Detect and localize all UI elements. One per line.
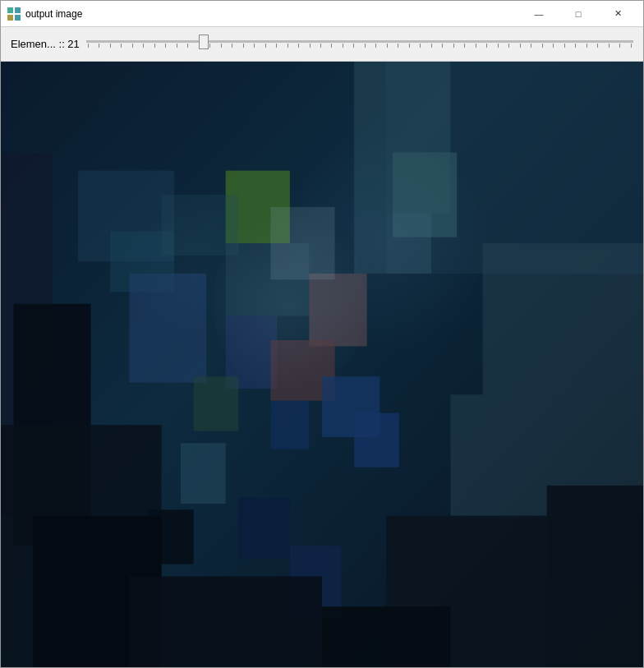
slider-ticks — [86, 44, 633, 48]
slider-tick — [209, 44, 210, 48]
slider-tick — [121, 44, 122, 48]
slider-tick — [265, 44, 266, 48]
slider-tick — [110, 44, 111, 48]
main-window: output image — □ ✕ Elemen... :: 21 — [0, 0, 644, 668]
slider-tick — [165, 44, 166, 48]
slider-tick — [221, 44, 222, 48]
slider-tick — [597, 44, 598, 48]
slider-tick — [464, 44, 465, 48]
canvas-area — [1, 62, 643, 667]
window-controls: — □ ✕ — [520, 1, 637, 27]
slider-tick — [564, 44, 565, 48]
slider-tick — [586, 44, 587, 48]
slider-tick — [331, 44, 332, 48]
slider-tick — [254, 44, 255, 48]
svg-rect-3 — [15, 15, 21, 21]
svg-rect-0 — [7, 7, 13, 13]
output-canvas — [1, 62, 643, 667]
svg-rect-1 — [15, 7, 21, 13]
slider-tick — [387, 44, 388, 48]
slider-tick — [353, 44, 354, 48]
slider-tick — [542, 44, 543, 48]
slider-tick — [486, 44, 487, 48]
toolbar: Elemen... :: 21 — [1, 27, 643, 62]
slider-tick — [476, 44, 476, 48]
elements-slider[interactable] — [86, 40, 633, 43]
slider-label: Elemen... :: 21 — [11, 38, 80, 50]
slider-tick — [243, 44, 244, 48]
slider-tick — [553, 44, 554, 48]
slider-tick — [343, 44, 343, 48]
slider-container — [86, 40, 633, 48]
slider-tick — [199, 44, 200, 48]
slider-tick — [288, 44, 288, 48]
slider-tick — [99, 44, 99, 48]
minimize-button[interactable]: — — [520, 1, 558, 27]
window-title: output image — [25, 8, 520, 20]
slider-tick — [520, 44, 521, 48]
title-bar: output image — □ ✕ — [1, 1, 643, 27]
slider-tick — [442, 44, 443, 48]
slider-tick — [498, 44, 499, 48]
close-button[interactable]: ✕ — [599, 1, 637, 27]
slider-tick — [398, 44, 398, 48]
slider-tick — [619, 44, 620, 48]
slider-tick — [88, 44, 89, 48]
slider-tick — [154, 44, 155, 48]
svg-rect-2 — [7, 15, 13, 21]
slider-tick — [232, 44, 232, 48]
slider-tick — [609, 44, 610, 48]
slider-tick — [420, 44, 421, 48]
slider-tick — [431, 44, 432, 48]
slider-tick — [631, 44, 632, 48]
slider-tick — [575, 44, 576, 48]
slider-tick — [177, 44, 177, 48]
app-icon — [7, 7, 21, 21]
slider-tick — [276, 44, 277, 48]
slider-tick — [375, 44, 376, 48]
slider-tick — [320, 44, 321, 48]
slider-tick — [453, 44, 454, 48]
slider-tick — [132, 44, 133, 48]
slider-tick — [143, 44, 144, 48]
slider-tick — [531, 44, 531, 48]
slider-tick — [298, 44, 299, 48]
slider-tick — [187, 44, 188, 48]
slider-tick — [409, 44, 410, 48]
slider-tick — [508, 44, 509, 48]
maximize-button[interactable]: □ — [559, 1, 597, 27]
slider-tick — [310, 44, 310, 48]
slider-tick — [365, 44, 366, 48]
